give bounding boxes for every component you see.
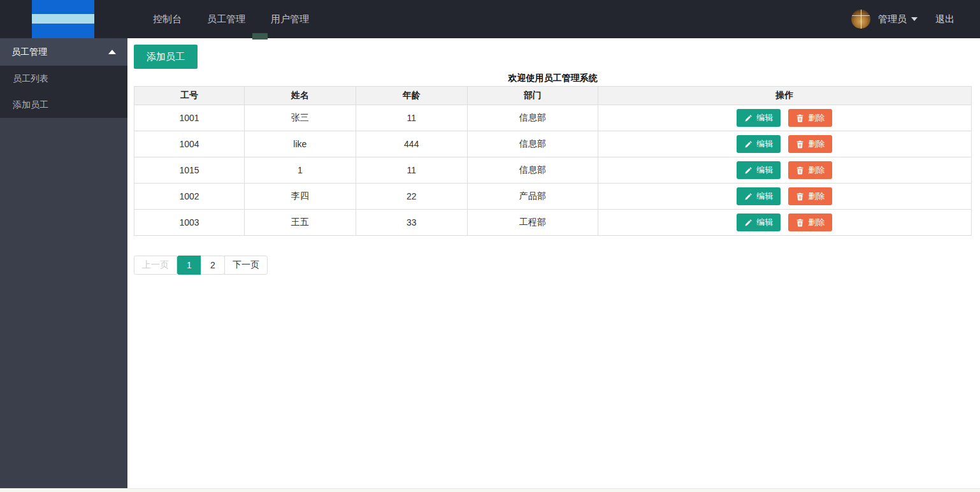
sidebar-submenu: 员工列表 添加员工 (0, 66, 127, 118)
avatar-crosshair-vertical (861, 10, 861, 29)
delete-button-label: 删除 (808, 191, 825, 202)
cell-age: 11 (356, 157, 467, 184)
user-avatar[interactable] (851, 10, 870, 29)
delete-button[interactable]: 删除 (788, 109, 832, 127)
navbar-right: 管理员 退出 (851, 10, 955, 29)
nav-item-employee-management[interactable]: 员工管理 (207, 13, 245, 25)
cell-employee-id: 1015 (134, 157, 245, 184)
edit-button[interactable]: 编辑 (737, 213, 781, 231)
pencil-icon (744, 114, 753, 122)
sidebar-group-label: 员工管理 (11, 47, 47, 58)
delete-button-label: 删除 (808, 217, 825, 228)
page-title: 欢迎使用员工管理系统 (134, 73, 972, 84)
body-row: 员工管理 员工列表 添加员工 添加员工 欢迎使用员工管理系统 工号 姓名 (0, 38, 980, 488)
trash-icon (796, 114, 804, 122)
pencil-icon (744, 219, 753, 227)
cell-department: 信息部 (467, 131, 598, 157)
edit-button[interactable]: 编辑 (737, 135, 781, 153)
nav-item-user-management[interactable]: 用户管理 (271, 13, 309, 25)
add-employee-button[interactable]: 添加员工 (134, 45, 198, 69)
logout-button[interactable]: 退出 (935, 13, 955, 25)
pagination-page-1[interactable]: 1 (177, 256, 201, 275)
trash-icon (796, 140, 804, 148)
nav-item-console[interactable]: 控制台 (153, 13, 182, 25)
cell-age: 22 (356, 184, 467, 210)
trash-icon (796, 219, 804, 227)
cell-name: 王五 (244, 210, 356, 236)
cell-age: 33 (356, 210, 467, 236)
top-navbar: 控制台 员工管理 用户管理 管理员 退出 (0, 0, 980, 38)
cell-age: 11 (356, 105, 467, 131)
column-header-name: 姓名 (244, 87, 356, 105)
column-header-department: 部门 (467, 87, 598, 105)
trash-icon (796, 192, 804, 201)
pagination-next-button[interactable]: 下一页 (224, 256, 268, 275)
pagination-prev-button[interactable]: 上一页 (134, 256, 177, 275)
user-name-label: 管理员 (878, 13, 907, 25)
cell-employee-id: 1001 (134, 105, 245, 131)
pencil-icon (744, 166, 753, 175)
cell-department: 产品部 (467, 184, 598, 210)
column-header-employee-id: 工号 (134, 87, 245, 105)
edit-button[interactable]: 编辑 (737, 161, 781, 179)
cell-department: 信息部 (467, 157, 598, 184)
edit-button-label: 编辑 (756, 112, 773, 124)
column-header-operations: 操作 (598, 87, 971, 105)
table-row: 1004 like 444 信息部 编辑 删除 (134, 131, 972, 157)
sidebar-item-add-employee[interactable]: 添加员工 (0, 92, 127, 118)
delete-button-label: 删除 (808, 112, 825, 124)
cell-department: 信息部 (467, 105, 598, 131)
cell-name: 1 (244, 157, 356, 184)
edit-button-label: 编辑 (756, 164, 773, 176)
chevron-up-icon (108, 50, 116, 54)
trash-icon (796, 166, 804, 175)
brand-logo (32, 0, 94, 38)
column-header-age: 年龄 (356, 87, 467, 105)
table-row: 1015 1 11 信息部 编辑 删除 (134, 157, 972, 184)
app-root: 控制台 员工管理 用户管理 管理员 退出 员工管理 员工列表 (0, 0, 980, 492)
table-row: 1001 张三 11 信息部 编辑 删除 (134, 105, 972, 131)
edit-button[interactable]: 编辑 (737, 109, 781, 127)
cell-operations: 编辑 删除 (598, 184, 971, 210)
pagination: 上一页 12 下一页 (134, 256, 268, 275)
user-dropdown[interactable]: 管理员 (878, 13, 918, 25)
main-nav: 控制台 员工管理 用户管理 (153, 13, 309, 25)
delete-button-label: 删除 (808, 138, 825, 150)
edit-button-label: 编辑 (756, 191, 773, 202)
employee-table: 工号 姓名 年龄 部门 操作 1001 张三 11 信息部 (134, 86, 972, 236)
delete-button-label: 删除 (808, 164, 825, 176)
cell-name: 张三 (244, 105, 356, 131)
delete-button[interactable]: 删除 (788, 161, 832, 179)
pencil-icon (744, 140, 753, 148)
cell-operations: 编辑 删除 (598, 210, 971, 236)
cell-department: 工程部 (467, 210, 598, 236)
cell-employee-id: 1004 (134, 131, 245, 157)
table-row: 1002 李四 22 产品部 编辑 删除 (134, 184, 972, 210)
cell-operations: 编辑 删除 (598, 157, 971, 184)
table-row: 1003 王五 33 工程部 编辑 删除 (134, 210, 972, 236)
cell-name: 李四 (244, 184, 356, 210)
table-header-row: 工号 姓名 年龄 部门 操作 (134, 87, 972, 105)
sidebar-item-employee-list[interactable]: 员工列表 (0, 66, 127, 92)
delete-button[interactable]: 删除 (788, 135, 832, 153)
delete-button[interactable]: 删除 (788, 213, 832, 231)
nav-active-indicator (252, 33, 268, 40)
edit-button[interactable]: 编辑 (737, 187, 781, 205)
pagination-page-2[interactable]: 2 (201, 256, 225, 275)
cell-operations: 编辑 删除 (598, 131, 971, 157)
main-content: 添加员工 欢迎使用员工管理系统 工号 姓名 年龄 部门 操作 (127, 38, 980, 488)
cell-operations: 编辑 删除 (598, 105, 971, 131)
chevron-down-icon (911, 17, 918, 21)
bottom-scroll-strip[interactable] (0, 488, 980, 492)
cell-employee-id: 1002 (134, 184, 245, 210)
pencil-icon (744, 192, 753, 201)
sidebar: 员工管理 员工列表 添加员工 (0, 38, 127, 488)
edit-button-label: 编辑 (756, 138, 773, 150)
cell-age: 444 (356, 131, 467, 157)
delete-button[interactable]: 删除 (788, 187, 832, 205)
avatar-crosshair-horizontal (851, 15, 870, 16)
edit-button-label: 编辑 (756, 217, 773, 228)
table-body: 1001 张三 11 信息部 编辑 删除 (134, 105, 972, 236)
sidebar-group-employee-management[interactable]: 员工管理 (0, 38, 127, 66)
cell-name: like (244, 131, 356, 157)
